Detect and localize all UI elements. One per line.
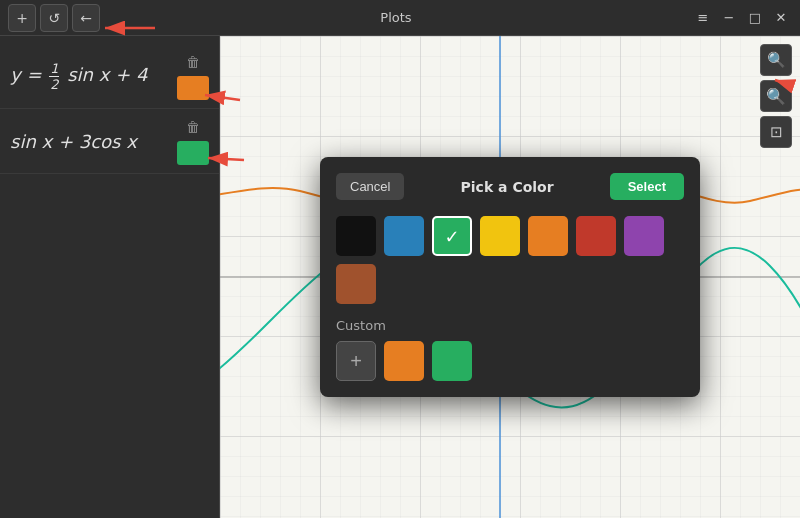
- minimize-button[interactable]: −: [718, 7, 740, 29]
- title-bar: + ↺ ← Plots ≡ − □ ✕: [0, 0, 800, 36]
- sidebar: y = 1 2 sin x + 4 🗑 sin x + 3cos x 🗑: [0, 36, 220, 518]
- equation-1-text: y = 1 2 sin x + 4: [10, 61, 177, 92]
- color-swatch-green[interactable]: ✓: [432, 216, 472, 256]
- custom-label: Custom: [336, 318, 684, 333]
- cancel-button[interactable]: Cancel: [336, 173, 404, 200]
- delete-equation-1-button[interactable]: 🗑: [184, 52, 202, 72]
- plot-area: 🔍 🔍 ⊡ Cancel Pick a Color Select: [220, 36, 800, 518]
- preset-colors-row: ✓: [336, 216, 684, 304]
- title-bar-controls-left: + ↺ ←: [8, 4, 100, 32]
- custom-color-green[interactable]: [432, 341, 472, 381]
- main-area: y = 1 2 sin x + 4 🗑 sin x + 3cos x 🗑: [0, 36, 800, 518]
- equation-2-text: sin x + 3cos x: [10, 131, 177, 152]
- menu-button[interactable]: ≡: [692, 7, 714, 29]
- color-swatch-orange[interactable]: [528, 216, 568, 256]
- select-button[interactable]: Select: [610, 173, 684, 200]
- custom-colors-row: +: [336, 341, 684, 381]
- back-button[interactable]: ←: [72, 4, 100, 32]
- add-custom-color-button[interactable]: +: [336, 341, 376, 381]
- equation-row-1: y = 1 2 sin x + 4 🗑: [0, 44, 219, 109]
- color-picker-dialog: Cancel Pick a Color Select ✓: [320, 157, 700, 397]
- close-button[interactable]: ✕: [770, 7, 792, 29]
- dialog-overlay: Cancel Pick a Color Select ✓: [220, 36, 800, 518]
- maximize-button[interactable]: □: [744, 7, 766, 29]
- dialog-title: Pick a Color: [461, 179, 554, 195]
- color-swatch-purple[interactable]: [624, 216, 664, 256]
- color-swatch-yellow[interactable]: [480, 216, 520, 256]
- color-swatch-brown[interactable]: [336, 264, 376, 304]
- custom-color-orange[interactable]: [384, 341, 424, 381]
- add-equation-button[interactable]: +: [8, 4, 36, 32]
- window-title: Plots: [380, 10, 411, 25]
- equation-1-color-swatch[interactable]: [177, 76, 209, 100]
- dialog-header: Cancel Pick a Color Select: [336, 173, 684, 200]
- equation-2-color-swatch[interactable]: [177, 141, 209, 165]
- color-swatch-red[interactable]: [576, 216, 616, 256]
- window-controls: ≡ − □ ✕: [692, 7, 792, 29]
- color-swatch-black[interactable]: [336, 216, 376, 256]
- undo-button[interactable]: ↺: [40, 4, 68, 32]
- delete-equation-2-button[interactable]: 🗑: [184, 117, 202, 137]
- color-swatch-blue[interactable]: [384, 216, 424, 256]
- equation-row-2: sin x + 3cos x 🗑: [0, 109, 219, 174]
